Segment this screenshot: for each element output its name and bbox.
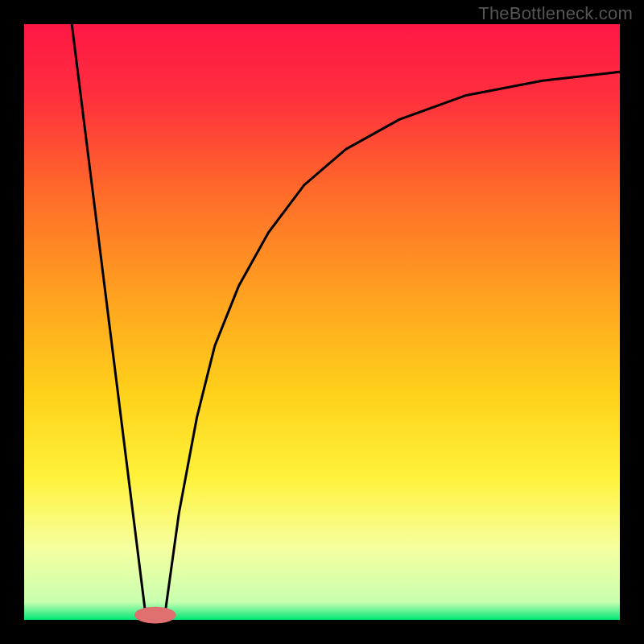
- chart-svg: [0, 0, 644, 644]
- plot-area: [24, 24, 620, 620]
- chart-canvas: TheBottleneck.com: [0, 0, 644, 644]
- min-marker: [134, 607, 176, 624]
- watermark-text: TheBottleneck.com: [478, 3, 633, 24]
